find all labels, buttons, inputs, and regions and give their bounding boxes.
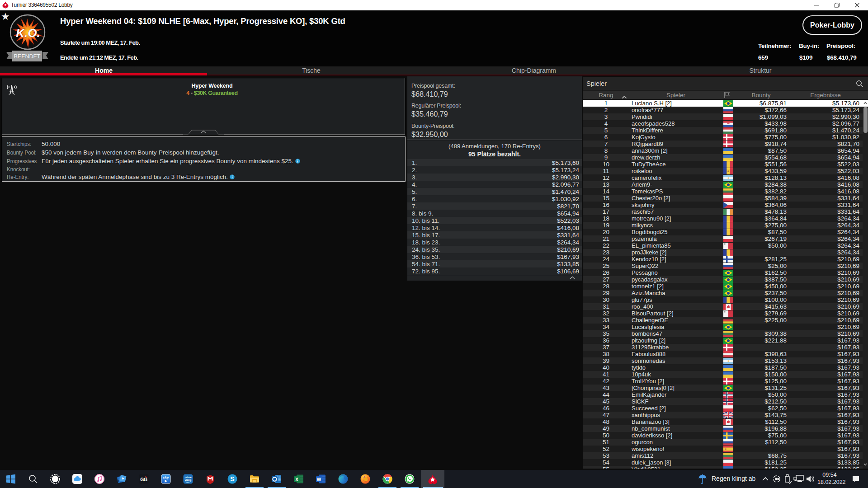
svg-text:W: W [317,477,321,482]
svg-text:S: S [230,475,234,483]
svg-text:sky: sky [163,475,169,479]
svg-text:BEENDET: BEENDET [14,53,40,60]
svg-text:K.O.: K.O. [16,26,40,40]
svg-text:X: X [295,477,298,482]
svg-text:video: video [185,479,192,481]
